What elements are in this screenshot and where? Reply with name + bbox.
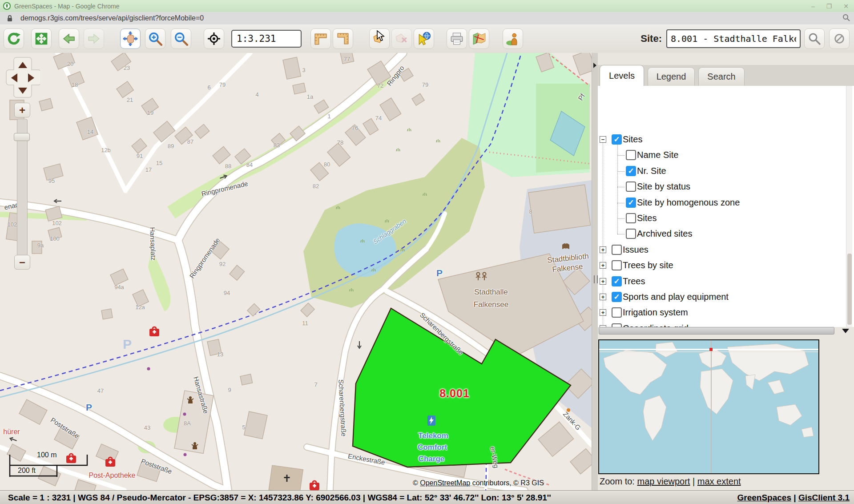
overview-zoom-controls: Zoom to: map viewport | max extent: [600, 476, 741, 487]
greenspaces-favicon: [3, 2, 11, 10]
close-button[interactable]: ✕: [843, 3, 849, 10]
zoom-slider[interactable]: + −: [13, 103, 31, 320]
url-text[interactable]: demogs.r3gis.com/trees/serve/api/gisclie…: [20, 14, 204, 22]
overview-map[interactable]: [598, 339, 819, 474]
layer-checkbox-trees-by-site[interactable]: [612, 260, 622, 270]
layer-label[interactable]: Sports and play equipment: [623, 292, 729, 302]
pan-tool-button[interactable]: [120, 28, 141, 49]
openstreetmap-link[interactable]: OpenStreetMap: [420, 479, 470, 487]
layer-label[interactable]: Nr. Site: [637, 166, 666, 176]
expand-node-icon[interactable]: +: [600, 278, 606, 285]
measure-area-button[interactable]: [333, 28, 353, 49]
tab-search[interactable]: Search: [698, 67, 745, 86]
layer-row: ✓Nr. Site: [598, 164, 854, 179]
layer-checkbox-sports-and-play-equipment[interactable]: ✓: [612, 292, 622, 302]
side-panel: Levels Legend Search −✓SitesName Site✓Nr…: [598, 53, 854, 490]
layer-label[interactable]: Archived sites: [637, 229, 693, 239]
panel-scroll-down-button[interactable]: [840, 327, 851, 335]
layer-label[interactable]: Trees by site: [623, 260, 673, 270]
zoom-out-button[interactable]: [171, 28, 191, 49]
zoom-out-slider-button[interactable]: −: [14, 255, 30, 270]
select-polygon-button[interactable]: [369, 28, 390, 49]
expand-node-icon[interactable]: +: [600, 246, 606, 253]
layer-checkbox-site-by-homogenous-zone[interactable]: ✓: [626, 198, 636, 208]
identify-button[interactable]: [414, 28, 434, 49]
layer-checkbox-archived-sites[interactable]: [626, 229, 636, 239]
clear-selection-button[interactable]: [391, 28, 412, 49]
layer-checkbox-irrigation-system[interactable]: [612, 307, 622, 318]
tree-info-button[interactable]: [503, 28, 523, 49]
measure-length-button[interactable]: [310, 28, 331, 49]
pan-control[interactable]: [5, 56, 40, 99]
gisclient-link[interactable]: GisClient 3.1: [798, 493, 850, 502]
zoom-map-viewport-link[interactable]: map viewport: [637, 476, 690, 486]
layer-checkbox-cooordinate-grid[interactable]: [612, 323, 622, 327]
tree-scrollbar[interactable]: [846, 86, 852, 327]
lock-icon: [6, 14, 13, 22]
browser-zoom-icon[interactable]: [842, 14, 850, 22]
layer-row: Sites: [598, 211, 854, 226]
panel-tabs: Levels Legend Search: [598, 65, 854, 86]
browser-window: { "window": { "title": "GreenSpaces - Ma…: [0, 0, 854, 504]
overview-position-marker: [709, 348, 713, 351]
layer-checkbox-trees[interactable]: ✓: [612, 276, 622, 286]
layer-row: Site by status: [598, 179, 854, 194]
layer-row: ✓Site by homogenous zone: [598, 195, 854, 210]
site-search-button[interactable]: [804, 28, 825, 49]
site-label: Site:: [640, 33, 662, 44]
geolocate-button[interactable]: [204, 28, 224, 49]
maximize-button[interactable]: ❐: [826, 3, 832, 10]
collapse-node-icon[interactable]: −: [600, 136, 606, 143]
layer-label[interactable]: Sites: [637, 213, 657, 223]
layer-tree-panel: −✓SitesName Site✓Nr. SiteSite by status✓…: [598, 86, 854, 327]
layer-label[interactable]: Site by homogenous zone: [637, 198, 740, 208]
map-canvas: [0, 53, 592, 490]
layer-row: Archived sites: [598, 226, 854, 242]
address-bar[interactable]: demogs.r3gis.com/trees/serve/api/gisclie…: [0, 12, 854, 25]
zoom-in-button[interactable]: [145, 28, 165, 49]
site-clear-button[interactable]: [829, 28, 850, 49]
expand-node-icon[interactable]: +: [600, 262, 606, 269]
history-back-button[interactable]: [59, 28, 79, 49]
layer-checkbox-name-site[interactable]: [626, 150, 636, 160]
export-map-button[interactable]: [469, 28, 489, 49]
zoom-slider-thumb[interactable]: [14, 133, 30, 141]
layer-checkbox-sites[interactable]: [626, 213, 636, 223]
layer-label[interactable]: Name Site: [637, 150, 678, 160]
greenspaces-link[interactable]: GreenSpaces: [737, 493, 791, 502]
minimize-button[interactable]: –: [811, 3, 815, 10]
layer-label[interactable]: Site by status: [637, 181, 690, 192]
layer-label[interactable]: Issues: [623, 245, 649, 255]
print-button[interactable]: [447, 28, 467, 49]
map-viewport[interactable]: RingproPfRingpromenadeRingpromenadeHansa…: [0, 53, 592, 490]
window-titlebar: GreenSpaces - Map - Google Chrome – ❐ ✕: [0, 0, 854, 12]
divider-grip[interactable]: [594, 275, 598, 283]
refresh-button[interactable]: [4, 28, 24, 49]
zoom-full-extent-button[interactable]: [31, 28, 52, 49]
layer-label[interactable]: Sites: [623, 134, 642, 145]
panel-collapse-icon[interactable]: [593, 63, 596, 68]
history-forward-button[interactable]: [84, 28, 104, 49]
expand-node-icon[interactable]: +: [600, 294, 606, 300]
layer-row: +✓Sports and play equipment: [598, 290, 854, 305]
layer-checkbox-nr-site[interactable]: ✓: [626, 166, 636, 176]
zoom-in-slider-button[interactable]: +: [14, 103, 30, 117]
tree-scrollbar-thumb[interactable]: [847, 254, 852, 325]
layer-checkbox-issues[interactable]: [612, 245, 622, 255]
layer-checkbox-sites[interactable]: ✓: [612, 134, 622, 145]
status-info: Scale = 1 : 3231 | WGS 84 / Pseudo-Merca…: [8, 493, 551, 503]
scale-input[interactable]: [231, 30, 302, 48]
layer-label[interactable]: Trees: [623, 276, 645, 286]
layer-label[interactable]: Irrigation system: [623, 307, 688, 318]
layer-row: +Trees by site: [598, 258, 854, 273]
expand-node-icon[interactable]: +: [600, 309, 606, 316]
map-attribution: © OpenStreetMap contributors, © R3 GIS: [413, 479, 544, 487]
panel-divider[interactable]: [592, 53, 598, 490]
layer-checkbox-site-by-status[interactable]: [626, 181, 636, 192]
panel-hscrollbar[interactable]: [599, 327, 834, 335]
tab-levels[interactable]: Levels: [600, 65, 644, 86]
tab-legend[interactable]: Legend: [648, 67, 695, 86]
layer-label[interactable]: Cooordinate grid: [623, 323, 689, 327]
site-search-input[interactable]: [666, 29, 801, 48]
zoom-max-extent-link[interactable]: max extent: [697, 476, 741, 486]
